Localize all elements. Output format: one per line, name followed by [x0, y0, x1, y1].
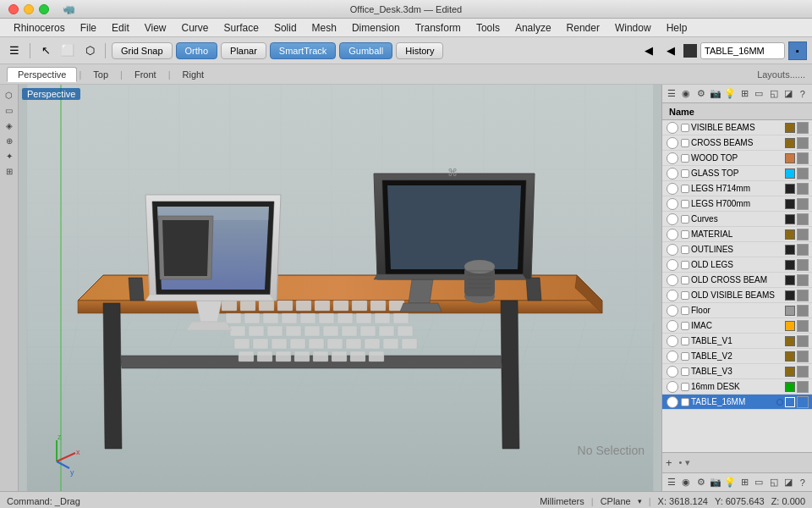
layer-lock-4[interactable]: [681, 185, 689, 193]
layer-row-14[interactable]: TABLE_V1: [662, 334, 812, 349]
layer-eye-2[interactable]: [667, 152, 678, 164]
layer-row-12[interactable]: Floor: [662, 303, 812, 318]
tool-2[interactable]: ▭: [3, 103, 16, 117]
menu-file[interactable]: File: [74, 20, 103, 36]
layer-lock-0[interactable]: [681, 124, 689, 132]
layer-material-4[interactable]: [797, 183, 809, 195]
menu-edit[interactable]: Edit: [105, 20, 136, 36]
tab-front[interactable]: Front: [124, 68, 167, 81]
layer-material-18[interactable]: [797, 396, 809, 408]
layouts-button[interactable]: Layouts...: [757, 69, 805, 80]
layer-color-swatch-11[interactable]: [785, 290, 795, 301]
layer-material-7[interactable]: [797, 229, 809, 240]
layer-row-2[interactable]: WOOD TOP: [662, 151, 812, 166]
layer-lock-9[interactable]: [681, 261, 689, 269]
layer-lock-18[interactable]: [681, 398, 689, 406]
menu-curve[interactable]: Curve: [175, 20, 216, 36]
panel-icon-light[interactable]: 💡: [724, 87, 736, 101]
nav-next[interactable]: ◀: [661, 41, 680, 60]
layer-lock-10[interactable]: [681, 276, 689, 284]
layer-material-11[interactable]: [797, 290, 809, 301]
layer-eye-9[interactable]: [667, 259, 678, 271]
menu-rhinoceros[interactable]: Rhinoceros: [7, 20, 72, 36]
panel-icon-eye[interactable]: ◉: [680, 87, 692, 101]
menu-dimension[interactable]: Dimension: [345, 20, 407, 36]
layer-eye-1[interactable]: [667, 137, 678, 149]
layer-color-swatch-17[interactable]: [785, 382, 795, 392]
layer-row-11[interactable]: OLD VISIBLE BEAMS: [662, 288, 812, 303]
maximize-button[interactable]: [39, 4, 49, 14]
layer-more-options[interactable]: • ▾: [679, 457, 690, 468]
layer-row-7[interactable]: MATERIAL: [662, 227, 812, 242]
layer-row-8[interactable]: OUTLINES: [662, 242, 812, 257]
tool-1[interactable]: ⬡: [3, 88, 16, 102]
layer-material-14[interactable]: [797, 335, 809, 347]
menu-view[interactable]: View: [138, 20, 173, 36]
gumball-button[interactable]: Gumball: [339, 42, 392, 59]
layer-eye-13[interactable]: [667, 320, 678, 332]
layer-lock-13[interactable]: [681, 322, 689, 330]
smarttrack-button[interactable]: SmartTrack: [270, 42, 336, 59]
layer-lock-3[interactable]: [681, 169, 689, 178]
layer-material-2[interactable]: [797, 152, 809, 164]
layer-eye-0[interactable]: [667, 122, 678, 134]
layer-row-0[interactable]: VISIBLE BEAMS: [662, 120, 812, 135]
layer-eye-11[interactable]: [667, 290, 678, 301]
nav-prev[interactable]: ◀: [639, 41, 658, 60]
layer-eye-17[interactable]: [667, 381, 678, 393]
menu-solid[interactable]: Solid: [267, 20, 304, 36]
layer-eye-4[interactable]: [667, 183, 678, 195]
layer-color-swatch-15[interactable]: [785, 351, 795, 362]
layer-material-1[interactable]: [797, 137, 809, 149]
layer-row-9[interactable]: OLD LEGS: [662, 257, 812, 273]
layer-eye-3[interactable]: [667, 168, 678, 179]
menu-window[interactable]: Window: [608, 20, 658, 36]
add-layer-button[interactable]: +: [666, 456, 672, 469]
layer-color-swatch-10[interactable]: [785, 275, 795, 285]
layer-material-16[interactable]: [797, 366, 809, 378]
layer-eye-10[interactable]: [667, 274, 678, 286]
layer-lock-15[interactable]: [681, 352, 689, 361]
layer-color-swatch-13[interactable]: [785, 321, 795, 331]
layer-row-13[interactable]: IMAC: [662, 318, 812, 334]
layer-lock-7[interactable]: [681, 230, 689, 239]
panel-icon-cursor[interactable]: ☰: [666, 87, 678, 101]
layer-eye-5[interactable]: [667, 198, 678, 210]
ortho-button[interactable]: Ortho: [176, 42, 218, 59]
layer-color-swatch-5[interactable]: [785, 199, 795, 209]
layer-color-swatch-16[interactable]: [785, 367, 795, 377]
tab-right[interactable]: Right: [173, 68, 215, 81]
layer-row-10[interactable]: OLD CROSS BEAM: [662, 273, 812, 288]
menu-tools[interactable]: Tools: [469, 20, 507, 36]
layer-material-10[interactable]: [797, 274, 809, 286]
layer-material-12[interactable]: [797, 305, 809, 317]
layer-row-5[interactable]: LEGS H700mm: [662, 196, 812, 212]
layer-color-swatch-3[interactable]: [785, 168, 795, 179]
layer-eye-14[interactable]: [667, 335, 678, 347]
bottom-icon-obj2[interactable]: ◱: [767, 476, 779, 489]
bottom-icon-eye[interactable]: ◉: [680, 476, 692, 489]
layer-lock-17[interactable]: [681, 383, 689, 391]
layer-row-15[interactable]: TABLE_V2: [662, 349, 812, 364]
layer-lock-5[interactable]: [681, 200, 689, 208]
layer-eye-6[interactable]: [667, 213, 678, 225]
layer-lock-8[interactable]: [681, 246, 689, 254]
panel-icon-obj3[interactable]: ◪: [782, 87, 794, 101]
layer-row-4[interactable]: LEGS H714mm: [662, 181, 812, 196]
layer-color-swatch-8[interactable]: [785, 245, 795, 255]
layer-color-swatch-6[interactable]: [785, 214, 795, 224]
layer-row-1[interactable]: CROSS BEAMS: [662, 135, 812, 151]
layer-color-swatch-2[interactable]: [785, 153, 795, 163]
bottom-icon-camera[interactable]: 📷: [710, 476, 721, 489]
layer-color-swatch-12[interactable]: [785, 306, 795, 316]
menu-analyze[interactable]: Analyze: [508, 20, 558, 36]
close-button[interactable]: [8, 4, 19, 14]
layer-lock-12[interactable]: [681, 306, 689, 315]
cplane-display[interactable]: CPlane: [601, 496, 631, 506]
lasso-tool[interactable]: ⬡: [80, 41, 99, 60]
panel-icon-obj1[interactable]: ▭: [753, 87, 765, 101]
bottom-icon-gear[interactable]: ⚙: [694, 476, 706, 489]
panel-icon-help[interactable]: ?: [797, 87, 809, 101]
panel-icon-obj2[interactable]: ◱: [767, 87, 779, 101]
menu-transform[interactable]: Transform: [409, 20, 468, 36]
